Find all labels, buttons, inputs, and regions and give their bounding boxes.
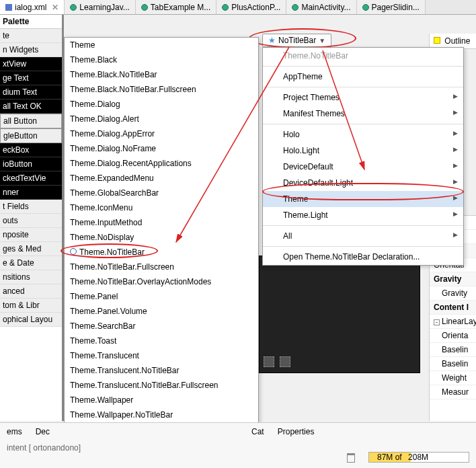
theme-list-item[interactable]: Theme.ExpandedMenu — [65, 171, 258, 186]
editor-tab[interactable]: LearningJav... — [65, 0, 136, 14]
theme-list-item[interactable]: Theme — [65, 38, 258, 52]
theme-menu-item[interactable]: Holo — [263, 126, 463, 143]
editor-tab[interactable]: TabExample M... — [136, 0, 216, 14]
theme-list-item[interactable]: Theme.Translucent.NoTitleBar.Fullscreen — [65, 378, 258, 393]
property-row[interactable]: Weight — [430, 371, 476, 385]
theme-list-item[interactable]: Theme.NoTitleBar.Fullscreen — [65, 260, 258, 274]
palette-section[interactable]: t Fields — [0, 200, 62, 214]
property-row[interactable]: Baselin — [430, 357, 476, 371]
theme-menu-item[interactable]: AppTheme — [263, 69, 463, 85]
theme-list-item[interactable]: Theme.Dialog — [65, 97, 258, 112]
palette-widget[interactable]: ioButton — [0, 157, 62, 171]
property-row[interactable]: Gravity — [430, 286, 476, 301]
theme-list-item[interactable]: Theme.Panel — [65, 289, 258, 304]
heap-status[interactable]: 87M of 208M — [368, 452, 469, 463]
palette-section[interactable]: te — [0, 29, 62, 43]
java-file-icon — [292, 4, 299, 11]
palette-section[interactable]: e & Date — [0, 256, 62, 270]
theme-list-popup: ThemeTheme.BlackTheme.Black.NoTitleBarTh… — [64, 37, 259, 468]
theme-list-item[interactable]: Theme.Black — [65, 52, 258, 67]
theme-list-item[interactable]: Theme.Black.NoTitleBar — [65, 67, 258, 82]
property-row[interactable]: Baselin — [430, 343, 476, 357]
property-row[interactable]: -LinearLay — [430, 315, 476, 329]
theme-list-item[interactable]: Theme.Black.NoTitleBar.Fullscreen — [65, 82, 258, 97]
theme-list-item[interactable]: Theme.Translucent.NoTitleBar — [65, 363, 258, 378]
java-file-icon — [70, 4, 77, 11]
theme-menu-item[interactable]: Manifest Themes — [263, 106, 463, 122]
theme-list-item[interactable]: Theme.Dialog.AppError — [65, 126, 258, 141]
editor-tab[interactable]: MainActivity... — [286, 0, 356, 14]
tab-label: PlusActionP... — [231, 3, 280, 12]
palette-section[interactable]: ges & Med — [0, 242, 62, 256]
editor-tab[interactable]: PagerSlidin... — [357, 0, 426, 14]
theme-list-item[interactable]: Theme.Wallpaper.NoTitleBar — [65, 407, 258, 422]
theme-list-item[interactable]: Theme.NoDisplay — [65, 230, 258, 245]
palette-section[interactable]: n Widgets — [0, 43, 62, 57]
palette-widget[interactable]: all Text OK — [0, 100, 62, 114]
palette-widget[interactable]: dium Text — [0, 85, 62, 100]
star-icon: ★ — [268, 36, 276, 45]
theme-list-item[interactable]: Theme.GlobalSearchBar — [65, 186, 258, 200]
theme-list-item[interactable]: Theme.Translucent — [65, 348, 258, 363]
close-icon[interactable]: ✕ — [52, 3, 58, 12]
theme-list-item[interactable]: Theme.SearchBar — [65, 319, 258, 334]
theme-menu-item[interactable]: Holo.Light — [263, 143, 463, 159]
palette-widget[interactable]: ge Text — [0, 71, 62, 85]
editor-tabs: ialog.xml✕LearningJav...TabExample M...P… — [0, 0, 476, 15]
palette-section[interactable]: anced — [0, 284, 62, 299]
palette-section[interactable]: nposite — [0, 228, 62, 242]
palette-widget[interactable]: nner — [0, 186, 62, 200]
property-row[interactable]: Orienta — [430, 329, 476, 343]
status-dec: Dec — [36, 427, 50, 436]
theme-list-item[interactable]: Theme.Dialog.NoFrame — [65, 141, 258, 156]
palette-widget[interactable]: eckBox — [0, 143, 62, 157]
theme-list-item[interactable]: Theme.Wallpaper — [65, 393, 258, 407]
logcat-tab[interactable]: Cat — [251, 427, 264, 436]
property-row[interactable]: Gravity — [430, 272, 476, 286]
theme-menu-item[interactable]: Theme.Light — [263, 207, 463, 223]
palette-widget[interactable]: gleButton — [0, 128, 62, 143]
property-row[interactable]: Measur — [430, 385, 476, 399]
properties-tab[interactable]: Properties — [278, 427, 315, 436]
theme-category-popup: Theme.NoTitleBarAppThemeProject ThemesMa… — [262, 47, 464, 266]
theme-menu-item[interactable]: Theme — [263, 191, 463, 207]
java-file-icon — [362, 4, 369, 11]
theme-list-item[interactable]: Theme.Panel.Volume — [65, 304, 258, 319]
editor-tab[interactable]: PlusActionP... — [216, 0, 286, 14]
menu-separator — [263, 225, 463, 226]
editor-tab[interactable]: ialog.xml✕ — [0, 0, 65, 14]
theme-dropdown[interactable]: ★ NoTitleBar ▼ — [262, 34, 331, 47]
tab-label: TabExample M... — [151, 3, 210, 12]
theme-list-item[interactable]: Theme.NoTitleBar — [65, 245, 258, 260]
palette-section[interactable]: nsitions — [0, 270, 62, 284]
theme-list-item[interactable]: Theme.Dialog.RecentApplications — [65, 156, 258, 171]
menu-separator — [263, 66, 463, 67]
palette-widget[interactable]: xtView — [0, 57, 62, 71]
tab-label: ialog.xml — [15, 3, 46, 12]
theme-list-item[interactable]: Theme.Toast — [65, 334, 258, 348]
preview-widget — [264, 356, 274, 367]
palette-widget[interactable]: all Button — [0, 114, 62, 128]
xml-file-icon — [5, 4, 12, 11]
theme-list-item[interactable]: Theme.IconMenu — [65, 200, 258, 215]
trash-icon[interactable] — [347, 453, 355, 463]
heap-used: 87M — [373, 453, 393, 462]
palette-widget[interactable]: ckedTextVie — [0, 171, 62, 186]
theme-menu-item[interactable]: All — [263, 228, 463, 244]
theme-menu-item[interactable]: Open Theme.NoTitleBar Declaration... — [263, 249, 463, 265]
tree-toggle-icon[interactable]: - — [434, 319, 440, 325]
theme-list-item[interactable]: Theme.NoTitleBar.OverlayActionModes — [65, 274, 258, 289]
theme-list-item[interactable]: Theme.InputMethod — [65, 215, 258, 230]
palette-section[interactable]: tom & Libr — [0, 299, 62, 313]
theme-menu-item[interactable]: Project Themes — [263, 89, 463, 106]
palette-section[interactable]: outs — [0, 214, 62, 228]
theme-dropdown-label: NoTitleBar — [278, 36, 316, 45]
palette-panel: Palette ten WidgetsxtViewge Textdium Tex… — [0, 15, 64, 421]
tab-label: MainActivity... — [301, 3, 350, 12]
status-ems: ems — [7, 427, 22, 436]
theme-list-item[interactable]: Theme.Dialog.Alert — [65, 112, 258, 126]
property-row[interactable]: Content I — [430, 301, 476, 315]
palette-section[interactable]: ophical Layou — [0, 313, 62, 327]
theme-menu-item[interactable]: DeviceDefault.Light — [263, 175, 463, 191]
theme-menu-item[interactable]: DeviceDefault — [263, 159, 463, 175]
